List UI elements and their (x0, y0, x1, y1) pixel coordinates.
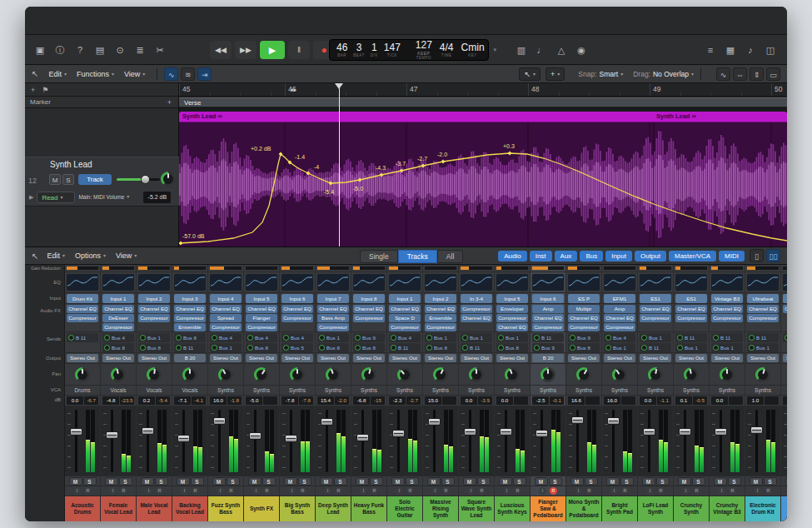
audio-fx-slot[interactable]: Amp (532, 305, 564, 313)
audio-fx-slot[interactable]: Channel EQ (496, 323, 528, 331)
eq-thumbnail[interactable] (353, 274, 385, 291)
narrow-strips-icon[interactable]: ▯ (750, 249, 764, 262)
eq-thumbnail[interactable] (640, 274, 671, 291)
track-pan-knob[interactable] (161, 172, 176, 187)
output-slot[interactable]: Stereo Out (353, 354, 385, 362)
output-slot[interactable]: Stereo Out (675, 354, 707, 362)
pan-knob[interactable] (111, 367, 126, 382)
record-enable-button[interactable]: R (120, 487, 127, 495)
output-slot[interactable]: Stereo Out (389, 354, 421, 362)
audio-fx-slot[interactable]: Channel EQ (640, 305, 671, 313)
send-slot[interactable]: Bus 1 (640, 333, 671, 342)
filter-input[interactable]: Input (605, 251, 632, 262)
vca-slot[interactable]: Synths (244, 386, 279, 396)
audio-fx-slot[interactable]: Channel EQ (711, 305, 743, 313)
audio-fx-slot[interactable]: Channel EQ (675, 305, 707, 313)
solo-button[interactable]: S (656, 477, 670, 486)
record-enable-button[interactable]: R (406, 487, 414, 495)
mute-button[interactable]: M (642, 477, 655, 486)
input-slot[interactable]: Input 3 (174, 294, 206, 303)
audio-fx-slot[interactable]: Compressor (496, 314, 528, 322)
pan-knob[interactable] (612, 367, 627, 382)
wide-strips-icon[interactable]: ▯▯ (766, 249, 780, 262)
record-enable-button[interactable]: R (621, 487, 629, 495)
input-monitor-button[interactable]: I (324, 487, 331, 495)
solo-button[interactable]: S (406, 477, 419, 486)
mixer-view-tracks[interactable]: Tracks (398, 250, 437, 263)
solo-button[interactable]: S (728, 477, 741, 486)
audio-fx-slot[interactable]: Bass Amp (317, 314, 349, 322)
audio-fx-slot[interactable]: Multipr (568, 305, 600, 313)
send-knob-icon[interactable] (534, 335, 540, 341)
pan-knob[interactable] (505, 367, 520, 382)
send-knob-icon[interactable] (641, 335, 647, 341)
mute-button[interactable]: M (320, 477, 333, 486)
audio-fx-slot[interactable]: Amp (604, 305, 635, 313)
record-enable-button[interactable]: R (263, 487, 271, 495)
eq-thumbnail[interactable] (425, 274, 456, 291)
eq-thumbnail[interactable] (461, 274, 492, 291)
audio-fx-slot[interactable]: Channel EQ (783, 305, 787, 313)
record-enable-button[interactable]: R (227, 487, 235, 495)
send-slot[interactable]: Bus 1 (747, 343, 779, 352)
record-enable-button[interactable]: R (693, 487, 700, 495)
fader-handle[interactable] (142, 427, 154, 435)
disclosure-triangle-icon[interactable]: ▶ (29, 194, 33, 201)
audio-fx-slot[interactable]: Compressor (389, 323, 421, 331)
solo-button[interactable]: S (441, 477, 455, 486)
vca-slot[interactable]: Synths (459, 386, 494, 396)
quick-help-icon[interactable]: ? (72, 42, 88, 57)
track-name-label[interactable]: Deep Synth Lead (316, 496, 351, 521)
vca-slot[interactable]: Synths (531, 386, 565, 396)
vca-slot[interactable]: Synths (495, 386, 530, 396)
mute-button[interactable]: M (499, 477, 512, 486)
send-knob-icon[interactable] (355, 335, 361, 341)
output-slot[interactable]: Stereo Out (67, 354, 98, 362)
solo-button[interactable]: S (513, 477, 526, 486)
send-slot[interactable]: Bus 1 (317, 333, 349, 342)
eq-thumbnail[interactable] (389, 274, 421, 291)
mute-button[interactable]: M (750, 477, 763, 486)
eq-thumbnail[interactable] (174, 274, 206, 291)
track-name-label[interactable]: Bright Synth Pad (602, 496, 637, 521)
vca-slot[interactable]: Synths (280, 386, 315, 396)
input-monitor-button[interactable]: I (431, 487, 439, 495)
send-knob-icon[interactable] (283, 345, 289, 351)
record-enable-button[interactable]: R (156, 487, 163, 495)
output-slot[interactable]: Stereo Out (210, 354, 242, 362)
mute-button[interactable]: M (177, 477, 190, 486)
fader-handle[interactable] (750, 426, 763, 434)
pan-knob[interactable] (576, 367, 591, 382)
fader-handle[interactable] (679, 428, 691, 436)
send-slot[interactable]: Bus 8 (568, 343, 600, 352)
send-slot[interactable]: Bus 8 (246, 343, 277, 352)
filter-bus[interactable]: Bus (580, 251, 603, 262)
input-slot[interactable]: Input 5 (246, 294, 277, 303)
send-knob-icon[interactable] (283, 335, 289, 341)
track-name-label[interactable]: Female Vocal Lead (101, 496, 136, 521)
pan-knob[interactable] (218, 367, 233, 382)
send-slot[interactable]: Bus 4 (246, 333, 277, 342)
send-knob-icon[interactable] (605, 335, 611, 341)
mute-button[interactable]: M (535, 477, 548, 486)
forward-button[interactable]: ▶▶ (235, 41, 257, 59)
track-solo-button[interactable]: S (62, 174, 74, 185)
send-slot[interactable]: B 11 (711, 333, 743, 342)
mute-button[interactable]: M (248, 477, 262, 486)
send-knob-icon[interactable] (462, 335, 468, 341)
send-knob-icon[interactable] (140, 345, 146, 351)
audio-fx-slot[interactable]: Channel EQ (604, 314, 635, 322)
record-enable-button[interactable]: R (478, 487, 486, 495)
lcd-chevron-icon[interactable]: ▾ (494, 47, 497, 53)
play-button[interactable]: ▶ (260, 41, 285, 59)
track-name-label[interactable]: Massive Rising Synth (423, 496, 458, 521)
input-monitor-button[interactable]: I (467, 487, 475, 495)
audio-fx-slot[interactable]: Channel EQ (353, 305, 385, 313)
input-slot[interactable]: Drum Kit (67, 294, 98, 303)
solo-button[interactable]: S (262, 477, 276, 486)
vca-slot[interactable]: Synths (781, 386, 787, 396)
send-slot[interactable]: B 11 (747, 333, 779, 342)
mute-button[interactable]: M (678, 477, 691, 486)
filter-aux[interactable]: Aux (555, 251, 578, 262)
send-slot[interactable]: B 11 (174, 343, 206, 352)
